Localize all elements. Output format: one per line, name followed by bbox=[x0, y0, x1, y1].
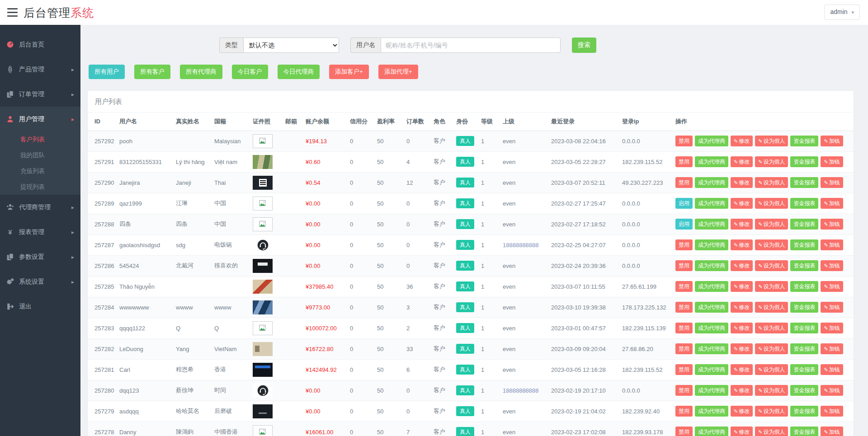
add-money-button[interactable]: ✎加钱 bbox=[821, 364, 843, 375]
set-fake-button[interactable]: ✎设为假人 bbox=[755, 427, 788, 436]
add-money-button[interactable]: ✎加钱 bbox=[821, 406, 843, 417]
hamburger-menu-icon[interactable] bbox=[7, 8, 18, 17]
action-button-所有代理商[interactable]: 所有代理商 bbox=[180, 65, 222, 79]
funds-report-button[interactable]: 资金报表 bbox=[790, 406, 818, 417]
add-money-button[interactable]: ✎加钱 bbox=[821, 219, 843, 230]
become-agent-button[interactable]: 成为代理商 bbox=[695, 177, 728, 188]
funds-report-button[interactable]: 资金报表 bbox=[790, 343, 818, 354]
funds-report-button[interactable]: 资金报表 bbox=[790, 239, 818, 250]
sidebar-item-报表管理[interactable]: ¥报表管理▸ bbox=[0, 220, 80, 244]
funds-report-button[interactable]: 资金报表 bbox=[790, 427, 818, 436]
sidebar-item-代理商管理[interactable]: 代理商管理▸ bbox=[0, 195, 80, 220]
sidebar-subitem-我的团队[interactable]: 我的团队 bbox=[0, 147, 80, 163]
become-agent-button[interactable]: 成为代理商 bbox=[695, 239, 728, 250]
disable-button[interactable]: 禁用 bbox=[675, 239, 693, 250]
add-money-button[interactable]: ✎加钱 bbox=[821, 260, 843, 271]
edit-button[interactable]: ✎修改 bbox=[731, 427, 753, 436]
disable-button[interactable]: 禁用 bbox=[675, 302, 693, 313]
funds-report-button[interactable]: 资金报表 bbox=[790, 302, 818, 313]
become-agent-button[interactable]: 成为代理商 bbox=[695, 385, 728, 396]
funds-report-button[interactable]: 资金报表 bbox=[790, 219, 818, 230]
disable-button[interactable]: 禁用 bbox=[675, 260, 693, 271]
sidebar-item-系统设置[interactable]: 系统设置▸ bbox=[0, 269, 80, 294]
disable-button[interactable]: 禁用 bbox=[675, 364, 693, 375]
funds-report-button[interactable]: 资金报表 bbox=[790, 364, 818, 375]
enable-button[interactable]: 启用 bbox=[675, 198, 693, 209]
username-search-input[interactable] bbox=[381, 38, 561, 53]
sidebar-subitem-提现列表[interactable]: 提现列表 bbox=[0, 179, 80, 195]
disable-button[interactable]: 禁用 bbox=[675, 406, 693, 417]
parent-account[interactable]: 18888888888 bbox=[503, 387, 539, 394]
edit-button[interactable]: ✎修改 bbox=[731, 406, 753, 417]
add-money-button[interactable]: ✎加钱 bbox=[821, 198, 843, 209]
funds-report-button[interactable]: 资金报表 bbox=[790, 177, 818, 188]
edit-button[interactable]: ✎修改 bbox=[731, 156, 753, 167]
edit-button[interactable]: ✎修改 bbox=[731, 136, 753, 146]
disable-button[interactable]: 禁用 bbox=[675, 177, 693, 188]
edit-button[interactable]: ✎修改 bbox=[731, 385, 753, 396]
sidebar-item-参数设置[interactable]: 参数设置▸ bbox=[0, 244, 80, 269]
funds-report-button[interactable]: 资金报表 bbox=[790, 260, 818, 271]
set-fake-button[interactable]: ✎设为假人 bbox=[755, 364, 788, 375]
funds-report-button[interactable]: 资金报表 bbox=[790, 323, 818, 333]
become-agent-button[interactable]: 成为代理商 bbox=[695, 427, 728, 436]
add-money-button[interactable]: ✎加钱 bbox=[821, 385, 843, 396]
set-fake-button[interactable]: ✎设为假人 bbox=[755, 385, 788, 396]
set-fake-button[interactable]: ✎设为假人 bbox=[755, 156, 788, 167]
action-button-所有用户[interactable]: 所有用户 bbox=[89, 65, 125, 79]
disable-button[interactable]: 禁用 bbox=[675, 427, 693, 436]
sidebar-item-订单管理[interactable]: 订单管理▸ bbox=[0, 82, 80, 107]
edit-button[interactable]: ✎修改 bbox=[731, 343, 753, 354]
disable-button[interactable]: 禁用 bbox=[675, 156, 693, 167]
funds-report-button[interactable]: 资金报表 bbox=[790, 136, 818, 146]
become-agent-button[interactable]: 成为代理商 bbox=[695, 136, 728, 146]
edit-button[interactable]: ✎修改 bbox=[731, 239, 753, 250]
add-money-button[interactable]: ✎加钱 bbox=[821, 177, 843, 188]
edit-button[interactable]: ✎修改 bbox=[731, 302, 753, 313]
search-button[interactable]: 搜索 bbox=[572, 38, 596, 53]
become-agent-button[interactable]: 成为代理商 bbox=[695, 156, 728, 167]
set-fake-button[interactable]: ✎设为假人 bbox=[755, 260, 788, 271]
action-button-添加客户+[interactable]: 添加客户+ bbox=[329, 65, 369, 79]
set-fake-button[interactable]: ✎设为假人 bbox=[755, 239, 788, 250]
edit-button[interactable]: ✎修改 bbox=[731, 323, 753, 333]
add-money-button[interactable]: ✎加钱 bbox=[821, 343, 843, 354]
edit-button[interactable]: ✎修改 bbox=[731, 260, 753, 271]
edit-button[interactable]: ✎修改 bbox=[731, 364, 753, 375]
action-button-添加代理+[interactable]: 添加代理+ bbox=[378, 65, 418, 79]
funds-report-button[interactable]: 资金报表 bbox=[790, 385, 818, 396]
sidebar-item-用户管理[interactable]: 用户管理▸ bbox=[0, 107, 80, 131]
add-money-button[interactable]: ✎加钱 bbox=[821, 281, 843, 292]
sidebar-item-产品管理[interactable]: B产品管理▸ bbox=[0, 57, 80, 82]
set-fake-button[interactable]: ✎设为假人 bbox=[755, 406, 788, 417]
disable-button[interactable]: 禁用 bbox=[675, 136, 693, 146]
become-agent-button[interactable]: 成为代理商 bbox=[695, 302, 728, 313]
set-fake-button[interactable]: ✎设为假人 bbox=[755, 343, 788, 354]
add-money-button[interactable]: ✎加钱 bbox=[821, 323, 843, 333]
set-fake-button[interactable]: ✎设为假人 bbox=[755, 323, 788, 333]
add-money-button[interactable]: ✎加钱 bbox=[821, 427, 843, 436]
set-fake-button[interactable]: ✎设为假人 bbox=[755, 198, 788, 209]
add-money-button[interactable]: ✎加钱 bbox=[821, 136, 843, 146]
set-fake-button[interactable]: ✎设为假人 bbox=[755, 302, 788, 313]
become-agent-button[interactable]: 成为代理商 bbox=[695, 260, 728, 271]
enable-button[interactable]: 启用 bbox=[675, 219, 693, 230]
action-button-今日代理商[interactable]: 今日代理商 bbox=[278, 65, 320, 79]
funds-report-button[interactable]: 资金报表 bbox=[790, 281, 818, 292]
set-fake-button[interactable]: ✎设为假人 bbox=[755, 177, 788, 188]
sidebar-item-退出[interactable]: 退出 bbox=[0, 294, 80, 319]
sidebar-subitem-充值列表[interactable]: 充值列表 bbox=[0, 163, 80, 179]
edit-button[interactable]: ✎修改 bbox=[731, 198, 753, 209]
become-agent-button[interactable]: 成为代理商 bbox=[695, 364, 728, 375]
disable-button[interactable]: 禁用 bbox=[675, 323, 693, 333]
funds-report-button[interactable]: 资金报表 bbox=[790, 156, 818, 167]
funds-report-button[interactable]: 资金报表 bbox=[790, 198, 818, 209]
set-fake-button[interactable]: ✎设为假人 bbox=[755, 136, 788, 146]
edit-button[interactable]: ✎修改 bbox=[731, 281, 753, 292]
become-agent-button[interactable]: 成为代理商 bbox=[695, 323, 728, 333]
admin-user-dropdown[interactable]: admin ▾ bbox=[824, 5, 860, 20]
become-agent-button[interactable]: 成为代理商 bbox=[695, 343, 728, 354]
sidebar-item-后台首页[interactable]: 后台首页 bbox=[0, 32, 80, 57]
disable-button[interactable]: 禁用 bbox=[675, 343, 693, 354]
become-agent-button[interactable]: 成为代理商 bbox=[695, 406, 728, 417]
